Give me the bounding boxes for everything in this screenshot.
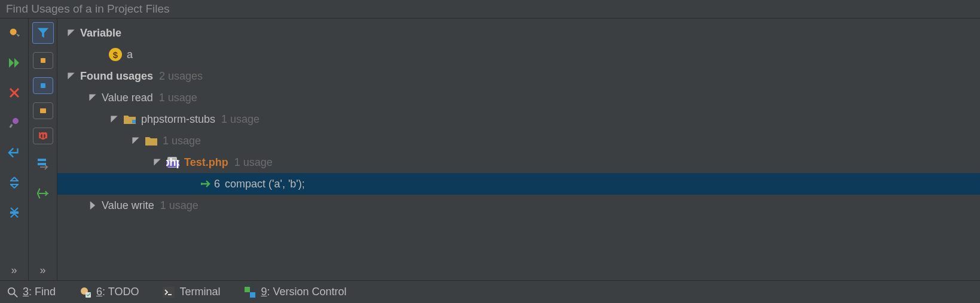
library-node[interactable]: phpstorm-stubs 1 usage bbox=[57, 108, 980, 130]
svg-text:php: php bbox=[166, 156, 179, 168]
line-number: 6 bbox=[214, 178, 220, 190]
group-package-icon[interactable] bbox=[33, 102, 53, 119]
search-icon bbox=[7, 287, 18, 298]
autoscroll-icon[interactable] bbox=[32, 153, 54, 174]
settings-icon[interactable] bbox=[4, 22, 25, 44]
tool-window-terminal[interactable]: Terminal bbox=[163, 286, 220, 298]
usage-line[interactable]: 6 compact ('a', 'b'); bbox=[57, 173, 980, 195]
back-icon[interactable] bbox=[4, 142, 25, 163]
svg-rect-18 bbox=[163, 287, 175, 298]
collapse-all-icon[interactable] bbox=[4, 202, 25, 223]
file-name: Test.php bbox=[184, 156, 228, 169]
bottom-toolbar: 3: Find 6: TODO Terminal 9: Version Cont… bbox=[0, 280, 980, 303]
code-snippet: compact ('a', 'b'); bbox=[225, 178, 305, 190]
svg-rect-8 bbox=[38, 159, 46, 161]
svg-rect-5 bbox=[40, 108, 46, 113]
tool-window-todo[interactable]: 6: TODO bbox=[80, 286, 139, 298]
chevron-down-icon bbox=[66, 28, 77, 38]
chevron-down-icon bbox=[152, 157, 163, 168]
preview-icon[interactable] bbox=[32, 183, 54, 204]
chevron-right-icon bbox=[87, 200, 98, 211]
svg-point-1 bbox=[13, 118, 19, 124]
folder-icon bbox=[145, 135, 158, 146]
main-area: » m » Variable bbox=[0, 19, 980, 280]
chevron-down-icon bbox=[130, 135, 141, 146]
value-write-node[interactable]: Value write 1 usage bbox=[57, 195, 980, 216]
more-icon-2[interactable]: » bbox=[39, 264, 45, 277]
svg-rect-4 bbox=[41, 83, 45, 88]
usage-tree[interactable]: Variable $ a Found usages 2 usages Value… bbox=[57, 19, 980, 280]
folder-count: 1 usage bbox=[163, 135, 201, 147]
svg-rect-20 bbox=[245, 287, 250, 292]
value-read-node[interactable]: Value read 1 usage bbox=[57, 87, 980, 108]
library-folder-icon bbox=[123, 114, 136, 125]
svg-point-0 bbox=[10, 29, 16, 35]
dollar-icon: $ bbox=[109, 48, 122, 61]
pin-icon[interactable] bbox=[4, 112, 25, 134]
svg-point-15 bbox=[8, 287, 15, 294]
panel-title: Find Usages of a in Project Files bbox=[0, 0, 980, 19]
chevron-down-icon bbox=[109, 114, 120, 125]
value-write-count: 1 usage bbox=[160, 199, 199, 212]
library-label: phpstorm-stubs bbox=[141, 113, 215, 126]
value-write-label: Value write bbox=[102, 199, 154, 212]
svg-text:m: m bbox=[38, 131, 47, 141]
toolbar-left-2: m » bbox=[29, 19, 57, 280]
expand-all-icon[interactable] bbox=[4, 172, 25, 193]
found-usages-label: Found usages bbox=[80, 70, 153, 83]
file-node[interactable]: php Test.php 1 usage bbox=[57, 152, 980, 173]
read-access-icon bbox=[201, 180, 212, 188]
group-usage-type-icon[interactable] bbox=[33, 77, 53, 94]
variable-item[interactable]: $ a bbox=[57, 44, 980, 65]
tool-window-version-control[interactable]: 9: Version Control bbox=[244, 286, 346, 298]
folder-node[interactable]: 1 usage bbox=[57, 130, 980, 152]
filter-icon[interactable] bbox=[32, 22, 54, 44]
svg-rect-10 bbox=[132, 120, 136, 123]
svg-rect-21 bbox=[250, 292, 255, 298]
toolbar-left-1: » bbox=[0, 19, 29, 280]
group-method-icon[interactable]: m bbox=[33, 128, 53, 144]
value-read-label: Value read bbox=[102, 92, 153, 104]
found-usages-count: 2 usages bbox=[159, 70, 203, 83]
library-count: 1 usage bbox=[221, 113, 259, 126]
svg-point-14 bbox=[201, 183, 203, 185]
vcs-icon bbox=[244, 286, 256, 298]
chevron-down-icon bbox=[87, 92, 98, 103]
php-file-icon: php bbox=[166, 157, 179, 168]
more-icon-1[interactable]: » bbox=[11, 264, 17, 277]
svg-rect-19 bbox=[168, 294, 172, 295]
file-count: 1 usage bbox=[234, 156, 273, 169]
close-icon[interactable] bbox=[4, 82, 25, 104]
tool-window-find[interactable]: 3: Find bbox=[7, 286, 56, 298]
found-usages-node[interactable]: Found usages 2 usages bbox=[57, 65, 980, 87]
svg-rect-3 bbox=[41, 58, 45, 63]
chevron-down-icon bbox=[66, 71, 77, 81]
variable-name: a bbox=[127, 49, 133, 61]
todo-icon bbox=[80, 286, 91, 298]
group-module-icon[interactable] bbox=[33, 52, 53, 69]
variable-node[interactable]: Variable bbox=[57, 22, 980, 44]
rerun-icon[interactable] bbox=[4, 52, 25, 74]
variable-label: Variable bbox=[80, 27, 121, 40]
svg-rect-2 bbox=[9, 124, 13, 128]
terminal-icon bbox=[163, 287, 175, 298]
value-read-count: 1 usage bbox=[159, 92, 197, 104]
